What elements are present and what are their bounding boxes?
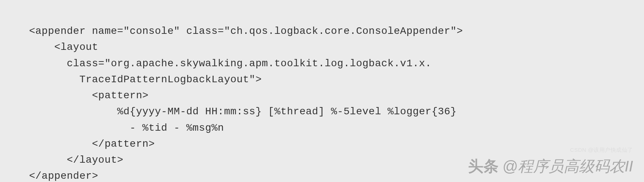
code-line: </layout> [29, 154, 124, 166]
code-block: <appender name="console" class="ch.qos.l… [29, 7, 644, 182]
watermark-label: 头条 [468, 156, 499, 177]
code-line: %d{yyyy-MM-dd HH:mm:ss} [%thread] %-5lev… [29, 106, 457, 117]
csdn-watermark: CSDN @该用户快成仙了 [570, 147, 633, 154]
code-line: </pattern> [29, 138, 155, 150]
code-line: </appender> [29, 170, 98, 182]
csdn-text: CSDN @该用户快成仙了 [570, 147, 633, 153]
code-line: - %tid - %msg%n [29, 122, 224, 134]
code-line: <pattern> [29, 90, 149, 101]
code-line: class="org.apache.skywalking.apm.toolkit… [29, 58, 431, 69]
watermark: 头条 @程序员高级码农II [468, 156, 633, 177]
code-line: <appender name="console" class="ch.qos.l… [29, 25, 463, 37]
watermark-name: @程序员高级码农II [502, 156, 633, 177]
code-line: TraceIdPatternLogbackLayout"> [29, 74, 262, 85]
code-line: <layout [29, 41, 98, 53]
